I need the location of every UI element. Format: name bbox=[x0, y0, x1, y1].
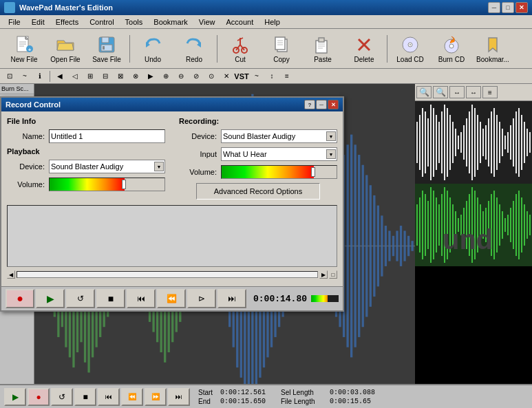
tool-btn-9[interactable]: ⊗ bbox=[129, 70, 142, 83]
bookmark-button[interactable]: Bookmar... bbox=[473, 32, 513, 66]
rewind-button[interactable]: ⏪ bbox=[157, 289, 186, 308]
dialog-left-col: File Info Name: Playback Device: Sound B… bbox=[7, 117, 165, 200]
menu-control[interactable]: Control bbox=[84, 17, 119, 28]
open-file-button[interactable]: Open File bbox=[45, 32, 85, 66]
svg-rect-216 bbox=[504, 218, 506, 232]
tool-btn-8[interactable]: ⊠ bbox=[114, 70, 127, 83]
svg-rect-176 bbox=[510, 125, 511, 160]
copy-button[interactable]: Copy bbox=[262, 32, 301, 66]
minimize-button[interactable]: ─ bbox=[488, 2, 500, 13]
go-end-button[interactable]: ⏭ bbox=[217, 289, 246, 308]
bottom-record-button[interactable]: ● bbox=[28, 388, 50, 406]
zoom-all-button[interactable]: ≡ bbox=[482, 86, 498, 98]
redo-button[interactable]: Redo bbox=[174, 32, 214, 66]
svg-rect-136 bbox=[400, 226, 402, 266]
tool-btn-6[interactable]: ⊞ bbox=[83, 70, 97, 83]
tool-btn-15[interactable]: ✕ bbox=[220, 70, 233, 83]
tool-btn-12[interactable]: ⊖ bbox=[174, 70, 188, 83]
menu-help[interactable]: Help bbox=[259, 17, 286, 28]
menu-file[interactable]: File bbox=[3, 17, 26, 28]
tool-btn-13[interactable]: ⊘ bbox=[189, 70, 203, 83]
zoom-sel-button[interactable]: ↔ bbox=[466, 86, 481, 98]
bottom-rewind-button[interactable]: ⏪ bbox=[121, 388, 143, 406]
tool-btn-10[interactable]: ▶ bbox=[144, 70, 158, 83]
stop-button[interactable]: ■ bbox=[96, 289, 125, 308]
maximize-button[interactable]: □ bbox=[502, 2, 514, 13]
bottom-stop-button[interactable]: ■ bbox=[74, 388, 96, 406]
scroll-expand-btn[interactable]: □ bbox=[329, 270, 337, 279]
loop-button[interactable]: ↺ bbox=[66, 289, 95, 308]
burn-cd-button[interactable]: Burn CD bbox=[432, 32, 471, 66]
tool-btn-11[interactable]: ⊕ bbox=[159, 70, 173, 83]
tool-btn-18[interactable]: ↕ bbox=[265, 70, 279, 83]
svg-rect-132 bbox=[385, 226, 387, 266]
recording-volume-slider[interactable] bbox=[221, 165, 337, 179]
new-file-button[interactable]: + New File bbox=[4, 32, 44, 66]
dialog-minimize-button[interactable]: ─ bbox=[316, 100, 327, 109]
recording-input-select-wrapper: What U Hear ▼ bbox=[221, 147, 337, 161]
svg-rect-224 bbox=[526, 211, 528, 239]
scroll-right-btn[interactable]: ▶ bbox=[319, 270, 328, 279]
scroll-left-btn[interactable]: ◀ bbox=[7, 270, 15, 279]
tool-btn-5[interactable]: ◁ bbox=[68, 70, 82, 83]
file-length-row: File Length 0:00:15.65 bbox=[281, 398, 375, 405]
zoom-in-button[interactable]: 🔍 bbox=[433, 86, 448, 98]
dialog-close-button[interactable]: ✕ bbox=[328, 100, 339, 109]
dialog-scrollbar[interactable]: ◀ ▶ □ bbox=[7, 270, 337, 279]
zoom-out-button[interactable]: 🔍 bbox=[416, 86, 432, 98]
paste-icon bbox=[312, 34, 334, 56]
dialog-help-button[interactable]: ? bbox=[304, 100, 315, 109]
svg-rect-150 bbox=[438, 122, 440, 163]
delete-button[interactable]: Delete bbox=[344, 32, 384, 66]
tool-btn-3[interactable]: ℹ bbox=[33, 70, 47, 83]
playback-volume-slider[interactable] bbox=[49, 178, 165, 191]
tool-btn-14[interactable]: ⊙ bbox=[204, 70, 218, 83]
undo-button[interactable]: Undo bbox=[133, 32, 173, 66]
svg-rect-139 bbox=[411, 241, 413, 251]
play-button[interactable]: ▶ bbox=[36, 289, 65, 308]
close-button[interactable]: ✕ bbox=[515, 2, 528, 13]
go-start-button[interactable]: ⏮ bbox=[127, 289, 156, 308]
svg-rect-180 bbox=[521, 115, 522, 170]
menu-view[interactable]: View bbox=[193, 17, 221, 28]
zoom-fit-button[interactable]: ↔ bbox=[449, 86, 465, 98]
recording-input-select[interactable]: What U Hear bbox=[221, 147, 337, 161]
svg-rect-10 bbox=[102, 37, 109, 43]
recording-device-row: Device: Sound Blaster Audigy ▼ bbox=[179, 129, 337, 143]
menu-tools[interactable]: Tools bbox=[120, 17, 149, 28]
name-input[interactable] bbox=[49, 129, 165, 143]
tool-btn-4[interactable]: ◀ bbox=[53, 70, 67, 83]
recording-device-select[interactable]: Sound Blaster Audigy bbox=[221, 129, 337, 143]
menu-bookmark[interactable]: Bookmark bbox=[148, 17, 193, 28]
playback-device-row: Device: Sound Blaster Audigy ▼ bbox=[7, 160, 165, 173]
bottom-go-end-button[interactable]: ⏭ bbox=[168, 388, 190, 406]
tool-btn-16[interactable]: VST bbox=[235, 70, 248, 83]
playback-volume-handle[interactable] bbox=[122, 180, 126, 189]
svg-rect-225 bbox=[529, 215, 531, 235]
sidebar-burn[interactable]: Burn Sc... bbox=[0, 84, 34, 94]
bottom-play-button[interactable]: ▶ bbox=[4, 388, 26, 406]
load-cd-button[interactable]: Load CD bbox=[390, 32, 430, 66]
dialog-scroll-track[interactable] bbox=[17, 271, 318, 278]
tool-btn-17[interactable]: ~ bbox=[250, 70, 264, 83]
menu-effects[interactable]: Effects bbox=[50, 17, 84, 28]
advanced-record-options-button[interactable]: Advanced Record Options bbox=[196, 183, 320, 200]
tool-btn-7[interactable]: ⊟ bbox=[98, 70, 112, 83]
tool-btn-2[interactable]: ~ bbox=[18, 70, 32, 83]
save-file-button[interactable]: Save File bbox=[87, 32, 127, 66]
cut-button[interactable]: Cut bbox=[220, 32, 260, 66]
bottom-forward-button[interactable]: ⏩ bbox=[145, 388, 167, 406]
paste-button[interactable]: Paste bbox=[303, 32, 343, 66]
playback-device-select[interactable]: Sound Blaster Audigy bbox=[49, 160, 165, 173]
tool-btn-1[interactable]: ⊡ bbox=[3, 70, 17, 83]
record-button[interactable]: ● bbox=[6, 289, 34, 308]
bottom-loop-button[interactable]: ↺ bbox=[51, 388, 73, 406]
bottom-go-start-button[interactable]: ⏮ bbox=[98, 388, 120, 406]
recording-volume-handle[interactable] bbox=[311, 167, 315, 177]
menu-account[interactable]: Account bbox=[220, 17, 259, 28]
undo-icon bbox=[142, 34, 164, 56]
tool-btn-19[interactable]: ≡ bbox=[280, 70, 294, 83]
next-marker-button[interactable]: ⊳ bbox=[187, 289, 216, 308]
svg-rect-123 bbox=[350, 135, 352, 358]
menu-edit[interactable]: Edit bbox=[26, 17, 50, 28]
